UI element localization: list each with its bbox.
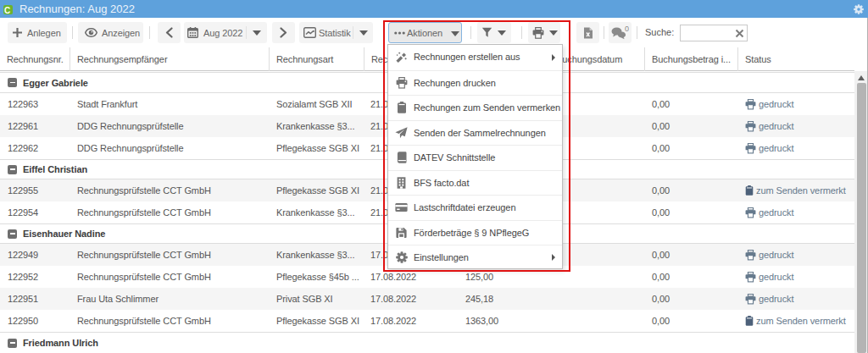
svg-text:0: 0 [625,26,629,33]
